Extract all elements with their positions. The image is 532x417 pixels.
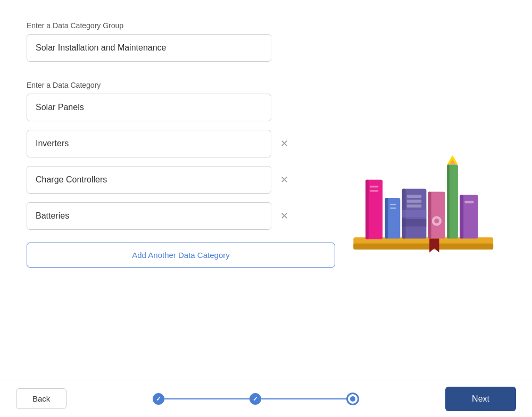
footer: Back Next bbox=[0, 380, 532, 417]
category-input-charge-controllers[interactable] bbox=[27, 166, 271, 194]
first-category-input[interactable] bbox=[27, 94, 271, 121]
svg-rect-3 bbox=[365, 180, 369, 239]
next-button[interactable]: Next bbox=[445, 387, 516, 411]
progress-line-1 bbox=[164, 398, 250, 399]
illustration-section bbox=[335, 21, 505, 369]
progress-step-3 bbox=[346, 393, 359, 405]
svg-rect-4 bbox=[370, 186, 378, 187]
svg-marker-26 bbox=[429, 239, 439, 253]
group-input[interactable] bbox=[27, 34, 271, 62]
category-row-charge-controllers: ✕ bbox=[27, 166, 335, 194]
svg-rect-11 bbox=[407, 199, 421, 203]
progress-indicator bbox=[153, 393, 359, 405]
group-label: Enter a Data Category Group bbox=[27, 21, 335, 30]
svg-rect-1 bbox=[353, 244, 493, 249]
svg-rect-7 bbox=[385, 198, 388, 239]
back-button[interactable]: Back bbox=[16, 388, 66, 409]
books-illustration bbox=[335, 27, 505, 369]
category-row-inverters: ✕ bbox=[27, 130, 335, 157]
remove-batteries-button[interactable]: ✕ bbox=[277, 208, 292, 223]
remove-inverters-button[interactable]: ✕ bbox=[277, 136, 292, 151]
progress-step-1 bbox=[153, 393, 164, 405]
svg-rect-28 bbox=[390, 207, 396, 208]
svg-rect-16 bbox=[428, 192, 431, 239]
svg-rect-10 bbox=[407, 195, 421, 198]
category-row-batteries: ✕ bbox=[27, 202, 335, 230]
svg-rect-12 bbox=[407, 205, 421, 208]
category-label: Enter a Data Category bbox=[27, 81, 335, 89]
svg-rect-20 bbox=[447, 164, 450, 238]
add-category-button[interactable]: Add Another Data Category bbox=[27, 243, 335, 268]
svg-rect-25 bbox=[464, 201, 473, 204]
svg-rect-5 bbox=[370, 190, 378, 191]
svg-rect-27 bbox=[390, 204, 396, 205]
svg-rect-13 bbox=[402, 210, 427, 218]
svg-rect-24 bbox=[460, 195, 463, 238]
remove-charge-controllers-button[interactable]: ✕ bbox=[277, 172, 292, 187]
category-input-inverters[interactable] bbox=[27, 130, 271, 157]
progress-line-2 bbox=[261, 398, 346, 399]
svg-point-18 bbox=[434, 219, 439, 223]
category-input-batteries[interactable] bbox=[27, 202, 271, 230]
progress-step-2 bbox=[250, 393, 261, 405]
svg-rect-14 bbox=[402, 219, 427, 227]
